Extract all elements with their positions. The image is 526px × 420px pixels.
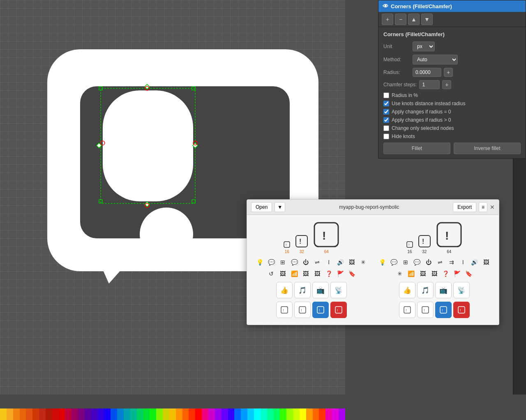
prev-btn-signal-r[interactable]: 📡 — [453, 282, 470, 298]
hide-knots-checkbox[interactable] — [383, 134, 389, 139]
color-swatch[interactable] — [59, 408, 65, 420]
color-swatch[interactable] — [39, 408, 46, 420]
color-swatch[interactable] — [286, 408, 293, 420]
radius-input[interactable] — [413, 68, 441, 77]
color-swatch[interactable] — [176, 408, 182, 420]
size-64-label: 64 — [324, 249, 329, 254]
color-swatch[interactable] — [221, 408, 228, 420]
size-32-label-right: 32 — [422, 249, 427, 254]
variant-btn-4-r-active[interactable]: ! — [453, 302, 470, 318]
color-swatch[interactable] — [52, 408, 59, 420]
color-swatch[interactable] — [325, 408, 332, 420]
inverse-fillet-btn[interactable]: Inverse fillet — [454, 143, 521, 154]
color-swatch[interactable] — [228, 408, 235, 420]
color-swatch[interactable] — [13, 408, 20, 420]
prev-btn-music[interactable]: 🎵 — [294, 282, 311, 298]
color-swatch[interactable] — [208, 408, 215, 420]
apply-gt-checkbox[interactable] — [383, 117, 389, 123]
grid-icon-r: 💡 — [378, 257, 388, 267]
chamfer-input[interactable] — [419, 80, 440, 89]
color-swatch[interactable] — [130, 408, 137, 420]
unit-select[interactable]: px mm % — [413, 42, 435, 51]
color-swatch[interactable] — [0, 408, 7, 420]
color-swatch[interactable] — [7, 408, 13, 420]
color-swatch[interactable] — [234, 408, 241, 420]
color-swatch[interactable] — [247, 408, 254, 420]
prev-btn-music-r[interactable]: 🎵 — [417, 282, 434, 298]
preview-close-btn[interactable]: ✕ — [490, 204, 495, 210]
color-swatch[interactable] — [261, 408, 267, 420]
color-swatch[interactable] — [319, 408, 325, 420]
color-swatch[interactable] — [241, 408, 247, 420]
svg-rect-20 — [296, 235, 307, 247]
prev-btn-tv[interactable]: 📺 — [312, 282, 329, 298]
color-swatch[interactable] — [20, 408, 26, 420]
color-swatch[interactable] — [124, 408, 130, 420]
grid-icon-r: ✳ — [395, 269, 405, 279]
color-swatch[interactable] — [85, 408, 91, 420]
color-swatch[interactable] — [32, 408, 39, 420]
color-swatch[interactable] — [215, 408, 221, 420]
color-swatch[interactable] — [189, 408, 195, 420]
radius-pct-checkbox[interactable] — [383, 92, 389, 98]
color-swatch[interactable] — [339, 408, 345, 420]
color-swatch[interactable] — [111, 408, 117, 420]
color-swatch[interactable] — [163, 408, 169, 420]
grid-icon: 🔖 — [347, 269, 357, 279]
color-swatch[interactable] — [72, 408, 78, 420]
color-swatch[interactable] — [169, 408, 176, 420]
color-swatch[interactable] — [117, 408, 124, 420]
preview-export-btn[interactable]: Export — [453, 202, 476, 212]
color-swatch[interactable] — [150, 408, 156, 420]
toolbar-down-btn[interactable]: ▼ — [421, 14, 433, 25]
color-swatch[interactable] — [300, 408, 306, 420]
variant-btn-1-r[interactable]: ! — [399, 302, 415, 318]
color-swatch[interactable] — [46, 408, 52, 420]
color-swatch[interactable] — [78, 408, 85, 420]
color-swatch[interactable] — [104, 408, 111, 420]
color-swatch[interactable] — [156, 408, 163, 420]
variant-btn-2[interactable]: ! — [294, 302, 311, 318]
apply-zero-checkbox[interactable] — [383, 109, 389, 115]
method-select[interactable]: Auto Fillet Chamfer — [413, 55, 458, 65]
selected-nodes-checkbox[interactable] — [383, 125, 389, 131]
color-swatch[interactable] — [267, 408, 274, 420]
variant-btn-4-active[interactable]: ! — [330, 302, 347, 318]
preview-open-dropdown[interactable]: ▼ — [275, 202, 285, 212]
color-swatch[interactable] — [137, 408, 143, 420]
prev-btn-thumbs-r[interactable]: 👍 — [399, 282, 415, 298]
svg-rect-26 — [299, 307, 306, 313]
color-swatch[interactable] — [65, 408, 72, 420]
color-swatch[interactable] — [91, 408, 98, 420]
toolbar-minus-btn[interactable]: − — [395, 14, 406, 25]
color-swatch[interactable] — [98, 408, 104, 420]
variant-btn-2-r[interactable]: ! — [417, 302, 434, 318]
color-swatch[interactable] — [254, 408, 261, 420]
prev-btn-tv-r[interactable]: 📺 — [435, 282, 452, 298]
color-swatch[interactable] — [280, 408, 286, 420]
color-swatch[interactable] — [202, 408, 208, 420]
variant-btn-row-right: ! ! ! ! — [399, 302, 470, 318]
preview-open-btn[interactable]: Open — [251, 202, 272, 212]
prev-btn-signal[interactable]: 📡 — [330, 282, 347, 298]
color-swatch[interactable] — [182, 408, 189, 420]
toolbar-add-btn[interactable]: + — [382, 14, 393, 25]
fillet-btn[interactable]: Fillet — [383, 143, 450, 154]
chamfer-plus-btn[interactable]: + — [442, 80, 451, 89]
knots-checkbox[interactable] — [383, 101, 389, 106]
color-swatch[interactable] — [195, 408, 202, 420]
variant-btn-3-r-active[interactable]: ! — [435, 302, 452, 318]
color-swatch[interactable] — [332, 408, 339, 420]
toolbar-up-btn[interactable]: ▲ — [408, 14, 420, 25]
color-swatch[interactable] — [313, 408, 319, 420]
prev-btn-thumbs[interactable]: 👍 — [276, 282, 293, 298]
variant-btn-3-active[interactable]: ! — [312, 302, 329, 318]
color-swatch[interactable] — [293, 408, 300, 420]
radius-plus-btn[interactable]: + — [444, 68, 453, 77]
color-swatch[interactable] — [143, 408, 150, 420]
preview-menu-btn[interactable]: ≡ — [479, 202, 487, 212]
color-swatch[interactable] — [26, 408, 32, 420]
color-swatch[interactable] — [273, 408, 280, 420]
color-swatch[interactable] — [306, 408, 313, 420]
variant-btn-1[interactable]: ! — [276, 302, 293, 318]
